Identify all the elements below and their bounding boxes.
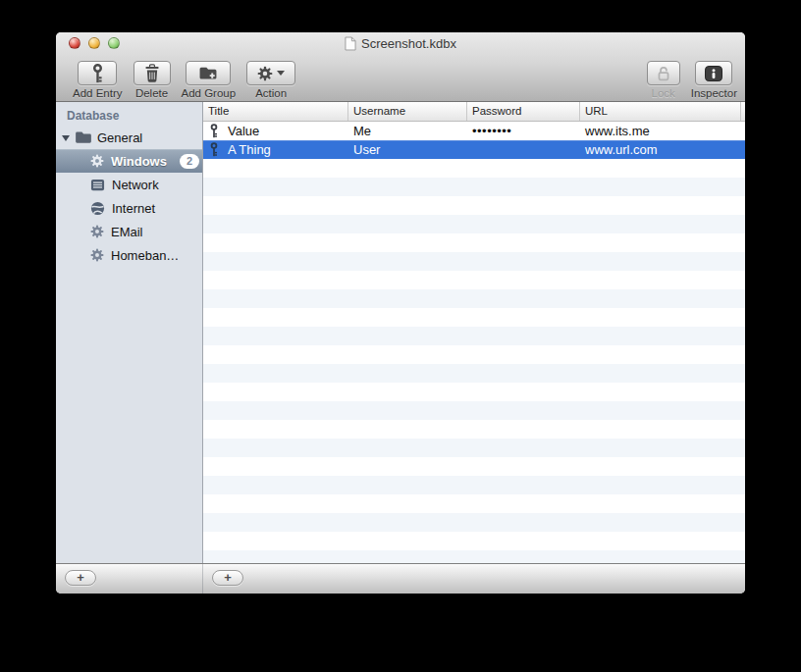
window-chrome: Screenshot.kdbx Add Entry Delete Add: [56, 32, 745, 102]
minimize-button[interactable]: [88, 37, 100, 49]
sidebar-item-general[interactable]: General: [56, 126, 202, 149]
sidebar-item-label: Homeban…: [111, 248, 179, 263]
column-header-url[interactable]: URL: [580, 102, 741, 121]
trash-icon: [144, 64, 160, 82]
delete-label: Delete: [135, 87, 168, 99]
add-group-plus-button[interactable]: +: [65, 570, 96, 586]
toolbar-item-inspector: Inspector: [691, 61, 737, 99]
table-row-empty[interactable]: [203, 383, 745, 401]
lock-button[interactable]: [647, 61, 680, 85]
table-row-empty[interactable]: [203, 327, 745, 345]
table-row-selected[interactable]: A Thing User www.url.com: [203, 140, 745, 159]
info-icon: [705, 66, 722, 81]
document-icon: [345, 36, 356, 51]
add-entry-label: Add Entry: [73, 87, 123, 99]
table-row[interactable]: Value Me •••••••• www.its.me: [203, 122, 745, 140]
table-row-empty[interactable]: [203, 532, 745, 550]
toolbar-item-add-entry: Add Entry: [73, 61, 123, 99]
table-row-empty[interactable]: [203, 308, 745, 327]
table-row-empty[interactable]: [203, 215, 745, 233]
entry-title: A Thing: [228, 142, 271, 157]
table-row-empty[interactable]: [203, 289, 745, 308]
toolbar-item-action: Action: [246, 61, 295, 99]
table-row-empty[interactable]: [203, 252, 745, 271]
table-row-empty[interactable]: [203, 476, 745, 494]
sidebar-item-label: Internet: [112, 201, 155, 216]
sidebar-item-network[interactable]: Network: [56, 173, 202, 196]
table-row-empty[interactable]: [203, 457, 745, 476]
table-row-empty[interactable]: [203, 233, 745, 252]
entry-password-masked: ••••••••: [467, 124, 580, 138]
sidebar-item-label: General: [97, 130, 142, 145]
add-group-button[interactable]: [186, 61, 231, 85]
table-row-empty[interactable]: [203, 494, 745, 513]
table-row-empty[interactable]: [203, 439, 745, 457]
sidebar-item-internet[interactable]: Internet: [56, 196, 202, 220]
key-icon: [210, 142, 218, 157]
bottom-bar-divider: [202, 564, 203, 594]
table-row-empty[interactable]: [203, 550, 745, 563]
toolbar-item-add-group: Add Group: [182, 61, 237, 99]
folder-plus-icon: [198, 66, 218, 80]
toolbar: Add Entry Delete Add Group Action: [56, 54, 745, 101]
gear-icon: [257, 66, 273, 81]
network-icon: [90, 178, 105, 192]
table-row-empty[interactable]: [203, 420, 745, 439]
column-header-tail: [741, 102, 745, 121]
action-label: Action: [255, 87, 287, 99]
toolbar-item-delete: Delete: [134, 61, 171, 99]
gear-icon: [90, 154, 104, 168]
empty-rows: [203, 159, 745, 563]
column-header-title[interactable]: Title: [203, 102, 348, 121]
add-entry-button[interactable]: [78, 61, 117, 85]
table-row-empty[interactable]: [203, 345, 745, 364]
sidebar-item-email[interactable]: EMail: [56, 220, 202, 243]
table-row-empty[interactable]: [203, 271, 745, 289]
action-button[interactable]: [246, 61, 295, 85]
close-button[interactable]: [69, 37, 80, 49]
table-row-empty[interactable]: [203, 513, 745, 532]
inspector-label: Inspector: [691, 87, 737, 99]
toolbar-item-lock: Lock: [647, 61, 680, 99]
table-row-empty[interactable]: [203, 159, 745, 178]
window-title: Screenshot.kdbx: [361, 36, 456, 51]
sidebar-item-windows[interactable]: Windows 2: [56, 149, 202, 173]
sidebar-item-label: Windows: [111, 154, 167, 169]
gear-icon: [90, 225, 104, 238]
column-header-username[interactable]: Username: [348, 102, 467, 121]
zoom-button[interactable]: [108, 37, 120, 49]
table-body: Value Me •••••••• www.its.me A Thing Use…: [203, 122, 745, 563]
delete-button[interactable]: [134, 61, 171, 85]
inspector-button[interactable]: [695, 61, 732, 85]
app-window: Screenshot.kdbx Add Entry Delete Add: [56, 32, 745, 594]
sidebar-item-label: Network: [112, 178, 159, 192]
sidebar-item-label: EMail: [111, 225, 143, 239]
lock-label: Lock: [652, 87, 675, 99]
add-entry-plus-button[interactable]: +: [212, 570, 243, 586]
sidebar-item-homebanking[interactable]: Homeban…: [56, 243, 202, 267]
entry-url: www.url.com: [580, 142, 745, 157]
table-row-empty[interactable]: [203, 196, 745, 215]
content-area: Database General Windows 2 Network: [56, 102, 745, 563]
folder-icon: [75, 130, 92, 144]
table-row-empty[interactable]: [203, 401, 745, 420]
title-bar[interactable]: Screenshot.kdbx: [56, 32, 745, 54]
add-group-label: Add Group: [182, 87, 237, 99]
sidebar-section-header: Database: [67, 109, 202, 123]
sidebar: Database General Windows 2 Network: [56, 102, 203, 563]
chevron-down-icon: [277, 71, 285, 76]
traffic-lights: [69, 37, 120, 49]
entry-url: www.its.me: [580, 124, 745, 138]
column-header-password[interactable]: Password: [467, 102, 580, 121]
table-row-empty[interactable]: [203, 364, 745, 383]
key-icon: [210, 124, 218, 138]
key-icon: [92, 64, 103, 83]
gear-icon: [90, 248, 104, 262]
table-header: Title Username Password URL: [203, 102, 745, 122]
disclosure-triangle-icon[interactable]: [62, 135, 70, 141]
lock-open-icon: [657, 65, 670, 82]
entry-count-badge: 2: [180, 154, 199, 169]
entry-table: Title Username Password URL Value Me •••…: [203, 102, 745, 563]
entry-username: User: [348, 142, 467, 157]
table-row-empty[interactable]: [203, 178, 745, 196]
